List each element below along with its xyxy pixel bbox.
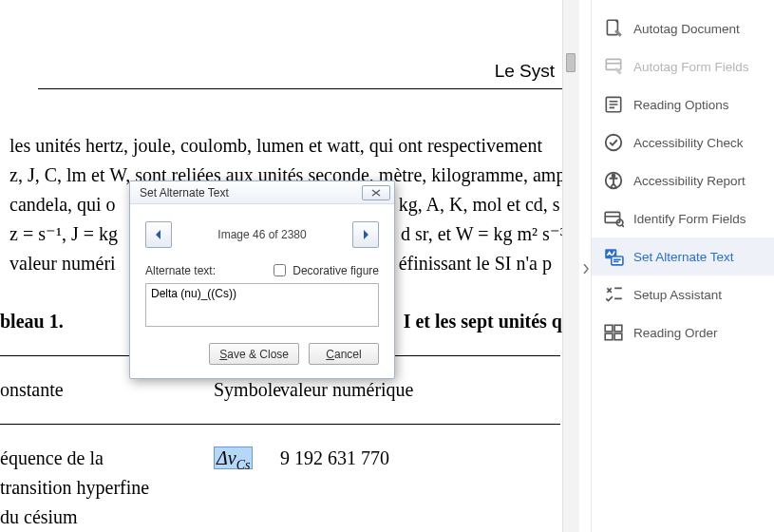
prev-image-button[interactable] bbox=[145, 221, 172, 248]
sidebar-label: Setup Assistant bbox=[633, 288, 722, 302]
page-running-header: Le Syst bbox=[38, 38, 579, 89]
reading-options-icon bbox=[603, 94, 624, 115]
table-row: équence de la transition hyperfine du cé… bbox=[0, 444, 579, 532]
sidebar-item-set-alternate-text[interactable]: Set Alternate Text bbox=[592, 238, 774, 276]
setup-assistant-icon bbox=[603, 284, 624, 305]
table-rule bbox=[0, 424, 560, 425]
sidebar-label: Reading Order bbox=[633, 326, 718, 340]
dialog-close-button[interactable] bbox=[362, 185, 390, 200]
svg-point-7 bbox=[613, 175, 615, 178]
accessibility-tools-sidebar: Autotag Document Autotag Form Fields Rea… bbox=[591, 0, 774, 532]
sidebar-item-reading-options[interactable]: Reading Options bbox=[592, 86, 774, 124]
sidebar-label: Identify Form Fields bbox=[633, 212, 746, 226]
set-alt-text-icon bbox=[603, 246, 624, 267]
svg-rect-15 bbox=[614, 333, 622, 340]
svg-rect-2 bbox=[606, 59, 620, 69]
decorative-figure-label: Decorative figure bbox=[293, 264, 379, 277]
sidebar-item-setup-assistant[interactable]: Setup Assistant bbox=[592, 276, 774, 314]
sidebar-label: Set Alternate Text bbox=[633, 250, 734, 264]
sidebar-item-autotag-document[interactable]: Autotag Document bbox=[592, 10, 774, 48]
decorative-figure-option[interactable]: Decorative figure bbox=[270, 261, 379, 279]
svg-rect-13 bbox=[614, 325, 622, 332]
sidebar-item-autotag-form[interactable]: Autotag Form Fields bbox=[592, 48, 774, 86]
alternate-text-input[interactable]: Delta (nu)_((Cs)) bbox=[145, 283, 379, 327]
doc-line: les unités hertz, joule, coulomb, lumen … bbox=[0, 131, 579, 161]
arrow-left-icon bbox=[153, 229, 164, 240]
col-header: onstante bbox=[0, 375, 214, 405]
sidebar-label: Reading Options bbox=[633, 98, 729, 112]
autotag-form-icon bbox=[603, 56, 624, 77]
scroll-thumb[interactable] bbox=[566, 53, 576, 72]
save-and-close-button[interactable]: Save & Close bbox=[209, 343, 299, 365]
col-header: Symbole bbox=[214, 375, 280, 405]
decorative-figure-checkbox[interactable] bbox=[274, 264, 286, 276]
arrow-right-icon bbox=[360, 229, 371, 240]
vertical-scrollbar[interactable] bbox=[562, 0, 579, 532]
cancel-button[interactable]: Cancel bbox=[309, 343, 379, 365]
next-image-button[interactable] bbox=[352, 221, 379, 248]
sidebar-label: Autotag Document bbox=[633, 22, 740, 36]
svg-rect-14 bbox=[605, 333, 613, 340]
dialog-title: Set Alternate Text bbox=[140, 186, 229, 200]
identify-form-icon bbox=[603, 208, 624, 229]
dialog-titlebar[interactable]: Set Alternate Text bbox=[130, 181, 394, 204]
sidebar-item-accessibility-report[interactable]: Accessibility Report bbox=[592, 162, 774, 200]
sidebar-item-accessibility-check[interactable]: Accessibility Check bbox=[592, 124, 774, 162]
highlighted-symbol[interactable]: ΔνCs bbox=[214, 446, 253, 469]
accessibility-report-icon bbox=[603, 170, 624, 191]
svg-rect-12 bbox=[605, 325, 613, 332]
col-header: valeur numérique bbox=[280, 375, 579, 405]
sidebar-label: Accessibility Check bbox=[633, 136, 744, 150]
alternate-text-label: Alternate text: bbox=[145, 264, 216, 277]
svg-rect-11 bbox=[612, 256, 623, 265]
reading-order-icon bbox=[603, 322, 624, 343]
table-header-row: onstante Symbole valeur numérique bbox=[0, 375, 579, 405]
close-icon bbox=[371, 189, 381, 197]
sidebar-item-reading-order[interactable]: Reading Order bbox=[592, 314, 774, 352]
set-alternate-text-dialog: Set Alternate Text Image 46 of 2380 Alte… bbox=[129, 180, 395, 379]
accessibility-check-icon bbox=[603, 132, 624, 153]
sidebar-label: Accessibility Report bbox=[633, 174, 746, 188]
image-counter: Image 46 of 2380 bbox=[172, 228, 352, 241]
sidebar-item-identify-form[interactable]: Identify Form Fields bbox=[592, 200, 774, 238]
sidebar-label: Autotag Form Fields bbox=[633, 60, 749, 74]
autotag-doc-icon bbox=[603, 18, 624, 39]
svg-point-5 bbox=[606, 135, 622, 151]
